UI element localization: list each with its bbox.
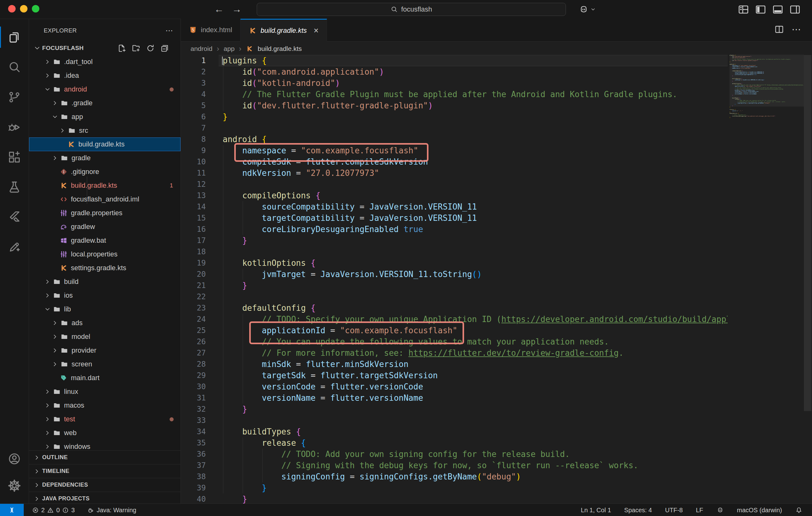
explorer-more-button[interactable]: ⋯	[166, 26, 173, 35]
folder-icon	[53, 278, 61, 286]
tree-item-build[interactable]: build	[29, 275, 180, 289]
tree-item-settings.gradle.kts[interactable]: settings.gradle.kts	[29, 261, 180, 275]
project-root-row[interactable]: FOCUSFLASH	[29, 41, 180, 55]
layout-controls	[738, 4, 801, 15]
code-editor[interactable]: 1plugins {2 id("com.android.application"…	[181, 55, 728, 504]
toggle-secondary-sidebar-icon[interactable]	[789, 4, 801, 15]
split-editor-icon[interactable]	[774, 24, 784, 34]
activity-item-settings[interactable]	[0, 471, 29, 501]
tab-build.gradle.kts[interactable]: build.gradle.kts×	[240, 19, 327, 41]
activity-item-explorer[interactable]	[0, 22, 29, 52]
tree-item-app[interactable]: app	[29, 110, 180, 124]
zoom-window-button[interactable]	[32, 5, 39, 12]
tree-item-ads[interactable]: ads	[29, 316, 180, 330]
tree-item-provider[interactable]: provider	[29, 344, 180, 357]
bell-icon[interactable]	[795, 506, 803, 514]
tree-item-model[interactable]: model	[29, 330, 180, 344]
tree-item-gradle.properties[interactable]: gradle.properties	[29, 206, 180, 220]
activity-item-search[interactable]	[0, 52, 29, 82]
tree-item-label: .dart_tool	[64, 58, 93, 66]
activity-item-source-control[interactable]	[0, 82, 29, 112]
line-number: 19	[181, 257, 206, 268]
tree-item-test[interactable]: test	[29, 412, 180, 426]
tree-item-focusflash-android.iml[interactable]: focusflash_android.iml	[29, 193, 180, 206]
problems-status[interactable]: 2 0 3	[32, 507, 75, 514]
chevron-right-icon	[52, 319, 58, 326]
toggle-primary-sidebar-icon[interactable]	[755, 4, 766, 15]
tree-item-web[interactable]: web	[29, 426, 180, 440]
new-folder-icon[interactable]	[132, 44, 141, 53]
section-timeline[interactable]: TIMELINE	[29, 464, 180, 478]
activity-item-extensions[interactable]	[0, 142, 29, 172]
line-number: 22	[181, 291, 206, 303]
breadcrumb-file[interactable]: build.gradle.kts	[258, 45, 302, 53]
tree-item-.gradle[interactable]: .gradle	[29, 96, 180, 110]
status-lf[interactable]: LF	[696, 507, 703, 514]
breadcrumb-item[interactable]: android	[191, 45, 212, 53]
html-icon: 5	[189, 26, 197, 34]
activity-item-run-debug[interactable]	[0, 112, 29, 142]
activity-item-account[interactable]	[0, 444, 29, 474]
section-dependencies[interactable]: DEPENDENCIES	[29, 478, 180, 492]
tree-item-.idea[interactable]: .idea	[29, 69, 180, 83]
chevron-right-icon	[33, 482, 40, 488]
refresh-icon[interactable]	[146, 44, 155, 53]
close-tab-icon[interactable]: ×	[314, 26, 319, 36]
tree-item-android[interactable]: android	[29, 83, 180, 96]
tree-item-label: .idea	[64, 71, 79, 80]
tree-item-macos[interactable]: macos	[29, 399, 180, 412]
tree-item-ios[interactable]: ios	[29, 289, 180, 303]
close-window-button[interactable]	[8, 5, 16, 12]
tree-item-label: gradlew.bat	[71, 236, 106, 245]
activity-item-flutter[interactable]	[0, 202, 29, 232]
copilot-menu[interactable]	[578, 4, 596, 15]
coffee-cup-icon	[87, 507, 94, 514]
toggle-panel-icon[interactable]	[772, 4, 784, 15]
tree-item-gradlew[interactable]: gradlew	[29, 220, 180, 234]
tree-item-linux[interactable]: linux	[29, 385, 180, 399]
tree-item-screen[interactable]: screen	[29, 357, 180, 371]
customize-layout-icon[interactable]	[738, 4, 749, 15]
folder-icon	[53, 71, 61, 80]
activity-item-code-assist[interactable]	[0, 232, 29, 262]
breadcrumb-item[interactable]: app	[224, 45, 235, 53]
section-outline[interactable]: OUTLINE	[29, 451, 180, 464]
status-ln-1-col-1[interactable]: Ln 1, Col 1	[581, 507, 611, 514]
status-utf-8[interactable]: UTF-8	[665, 507, 683, 514]
back-button[interactable]: ←	[214, 4, 224, 15]
status-macos-darwin-[interactable]: macOS (darwin)	[737, 507, 782, 514]
tree-item-main.dart[interactable]: main.dart	[29, 371, 180, 385]
tree-item-.gitignore[interactable]: .gitignore	[29, 165, 180, 179]
tree-item-gradle[interactable]: gradle	[29, 151, 180, 165]
tree-item-.dart-tool[interactable]: .dart_tool	[29, 55, 180, 69]
tab-label: index.html	[201, 26, 232, 34]
tree-item-local.properties[interactable]: local.properties	[29, 248, 180, 261]
section-label: JAVA PROJECTS	[42, 495, 90, 502]
tree-item-lib[interactable]: lib	[29, 303, 180, 316]
collapse-all-icon[interactable]	[160, 44, 169, 53]
tab-index.html[interactable]: 5index.html	[181, 19, 240, 41]
forward-button[interactable]: →	[232, 4, 242, 15]
chevron-right-icon	[59, 127, 66, 134]
command-center-search[interactable]: focusflash	[257, 3, 566, 16]
line-number: 14	[181, 201, 206, 212]
status-spaces-4[interactable]: Spaces: 4	[624, 507, 652, 514]
tree-item-gradlew.bat[interactable]: gradlew.bat	[29, 234, 180, 248]
folder-icon	[53, 291, 61, 299]
remote-indicator[interactable]	[0, 504, 24, 516]
more-actions-button[interactable]: ⋯	[792, 24, 802, 35]
new-file-icon[interactable]	[117, 44, 126, 53]
run-debug-icon	[7, 120, 21, 134]
vertical-scrollbar[interactable]	[804, 55, 811, 411]
activity-item-testing[interactable]	[0, 172, 29, 202]
minimap[interactable]: plugins { id("com.android.application") …	[729, 55, 804, 501]
tree-item-build.gradle.kts[interactable]: build.gradle.kts1	[29, 179, 180, 193]
tree-item-src[interactable]: src	[29, 124, 180, 138]
minimize-window-button[interactable]	[20, 5, 28, 12]
breadcrumb[interactable]: android›app›build.gradle.kts	[191, 41, 302, 56]
tree-item-windows[interactable]: windows	[29, 440, 180, 451]
tree-item-build.gradle.kts[interactable]: build.gradle.kts	[29, 138, 180, 151]
copilot-icon[interactable]	[717, 506, 724, 514]
search-icon	[390, 6, 398, 13]
java-status[interactable]: Java: Warning	[87, 507, 136, 514]
